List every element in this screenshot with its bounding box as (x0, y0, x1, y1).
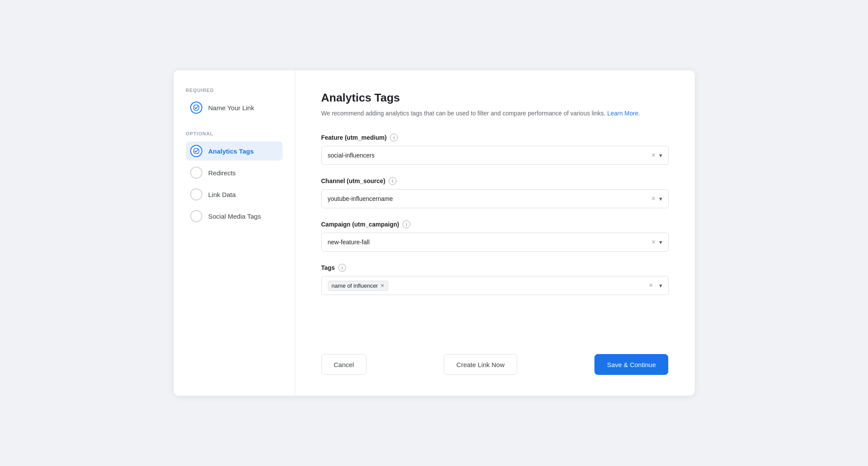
tags-select[interactable]: name of influencer × × ▾ (321, 276, 669, 295)
sidebar-item-label-link-data: Link Data (208, 191, 236, 198)
sidebar-check-social-media-tags (190, 210, 202, 222)
sidebar-item-name-your-link[interactable]: Name Your Link (186, 98, 283, 117)
campaign-select-clear[interactable]: × (651, 239, 655, 246)
main-card: REQUIRED Name Your Link OPTIONAL (174, 70, 695, 396)
tag-chip-remove[interactable]: × (380, 282, 384, 289)
footer: Cancel Create Link Now Save & Continue (321, 337, 669, 375)
campaign-info-icon[interactable]: i (403, 220, 410, 228)
campaign-label: Campaign (utm_campaign) i (321, 220, 669, 228)
subtitle-text: We recommend adding analytics tags that … (321, 110, 606, 117)
feature-select-clear[interactable]: × (651, 152, 655, 159)
create-link-now-button[interactable]: Create Link Now (444, 354, 517, 375)
tags-info-icon[interactable]: i (338, 264, 346, 272)
tag-chip-label: name of influencer (332, 282, 378, 289)
sidebar-item-analytics-tags[interactable]: Analytics Tags (186, 141, 283, 161)
sidebar: REQUIRED Name Your Link OPTIONAL (174, 70, 295, 396)
learn-more-link[interactable]: Learn More. (607, 110, 640, 117)
channel-select-clear[interactable]: × (651, 195, 655, 202)
sidebar-item-label-redirects: Redirects (208, 169, 236, 177)
feature-select[interactable]: social-influencers × ▾ (321, 146, 669, 165)
sidebar-check-name-your-link (190, 102, 202, 114)
sidebar-check-redirects (190, 167, 202, 179)
sidebar-optional-label: OPTIONAL (186, 131, 283, 136)
campaign-select[interactable]: new-feature-fall × ▾ (321, 233, 669, 252)
feature-field-group: Feature (utm_medium) i social-influencer… (321, 134, 669, 165)
sidebar-item-label-analytics-tags: Analytics Tags (208, 148, 254, 155)
campaign-field-group: Campaign (utm_campaign) i new-feature-fa… (321, 220, 669, 252)
page-subtitle: We recommend adding analytics tags that … (321, 109, 669, 118)
campaign-select-value: new-feature-fall (328, 239, 652, 246)
channel-select[interactable]: youtube-influencername × ▾ (321, 189, 669, 208)
sidebar-required-section: REQUIRED Name Your Link (186, 88, 283, 117)
save-continue-button[interactable]: Save & Continue (594, 354, 669, 375)
svg-point-0 (193, 105, 199, 111)
tags-select-arrow: ▾ (659, 282, 662, 289)
tags-field-group: Tags i name of influencer × × ▾ (321, 264, 669, 295)
channel-info-icon[interactable]: i (389, 177, 396, 185)
feature-select-value: social-influencers (328, 152, 652, 159)
tag-chip-influencer: name of influencer × (328, 281, 388, 291)
tags-select-clear[interactable]: × (649, 282, 653, 289)
sidebar-check-analytics-tags (190, 145, 202, 157)
sidebar-required-label: REQUIRED (186, 88, 283, 93)
channel-select-arrow: ▾ (659, 195, 662, 202)
feature-select-arrow: ▾ (659, 152, 662, 159)
tags-label: Tags i (321, 264, 669, 272)
channel-field-group: Channel (utm_source) i youtube-influence… (321, 177, 669, 208)
sidebar-item-link-data[interactable]: Link Data (186, 185, 283, 204)
page-title: Analytics Tags (321, 91, 669, 105)
channel-label: Channel (utm_source) i (321, 177, 669, 185)
svg-point-1 (193, 148, 199, 154)
feature-label: Feature (utm_medium) i (321, 134, 669, 141)
sidebar-item-social-media-tags[interactable]: Social Media Tags (186, 207, 283, 226)
sidebar-item-label-social-media-tags: Social Media Tags (208, 213, 261, 220)
campaign-select-arrow: ▾ (659, 239, 662, 246)
main-content: Analytics Tags We recommend adding analy… (295, 70, 695, 396)
sidebar-item-label-name-your-link: Name Your Link (208, 104, 254, 112)
sidebar-optional-section: OPTIONAL Analytics Tags Redir (186, 131, 283, 226)
sidebar-check-link-data (190, 188, 202, 200)
sidebar-item-redirects[interactable]: Redirects (186, 163, 283, 182)
cancel-button[interactable]: Cancel (321, 354, 367, 375)
feature-info-icon[interactable]: i (390, 134, 398, 141)
channel-select-value: youtube-influencername (328, 195, 652, 202)
